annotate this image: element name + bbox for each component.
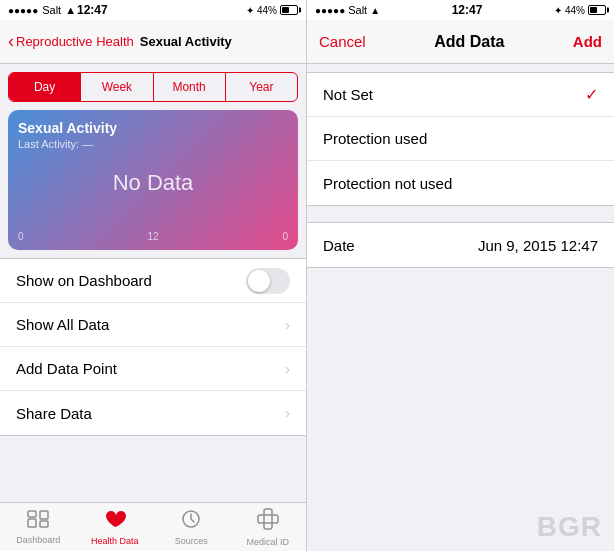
svg-rect-1 (28, 511, 36, 517)
svg-rect-3 (40, 521, 48, 527)
tab-sources-label: Sources (175, 536, 208, 546)
chart-card: Sexual Activity Last Activity: — No Data… (8, 110, 298, 250)
medical-id-icon (257, 508, 279, 535)
health-data-icon (104, 509, 126, 534)
tab-dashboard-label: Dashboard (16, 535, 60, 545)
protection-not-used-label: Protection not used (323, 175, 452, 192)
sources-icon (180, 509, 202, 534)
battery-icon-right (588, 5, 606, 15)
show-all-data-item[interactable]: Show All Data › (0, 303, 306, 347)
segment-week[interactable]: Week (81, 73, 153, 101)
wifi-icon: ▲ (65, 4, 76, 16)
tab-medical-id-label: Medical ID (246, 537, 289, 547)
back-arrow-icon: ‹ (8, 31, 14, 52)
options-section: Not Set ✓ Protection used Protection not… (307, 72, 614, 206)
chart-subtitle: Last Activity: — (18, 138, 288, 150)
chart-title: Sexual Activity (18, 120, 288, 136)
left-panel: ●●●●● Salt ▲ 12:47 ✦ 44% ‹ Reproductive … (0, 0, 307, 551)
segment-month[interactable]: Month (154, 73, 226, 101)
share-data-item[interactable]: Share Data › (0, 391, 306, 435)
date-value: Jun 9, 2015 12:47 (478, 237, 598, 254)
svg-rect-5 (264, 509, 272, 529)
checkmark-icon: ✓ (585, 85, 598, 104)
share-data-label: Share Data (16, 405, 92, 422)
nav-bar-right: Cancel Add Data Add (307, 20, 614, 64)
svg-rect-6 (258, 515, 278, 523)
chevron-icon: › (285, 317, 290, 333)
battery-icon-left (280, 5, 298, 15)
battery-label-right: 44% (565, 5, 585, 16)
protection-used-label: Protection used (323, 130, 427, 147)
carrier-right: Salt (348, 4, 367, 16)
segment-day[interactable]: Day (9, 73, 81, 101)
tab-medical-id[interactable]: Medical ID (230, 503, 307, 551)
chevron-icon-2: › (285, 361, 290, 377)
axis-label-12: 12 (147, 231, 158, 242)
date-section: Date Jun 9, 2015 12:47 (307, 222, 614, 268)
toggle-knob (248, 270, 270, 292)
list-section: Show on Dashboard Show All Data › Add Da… (0, 258, 306, 436)
chart-axis: 0 12 0 (18, 231, 288, 242)
option-protection-used[interactable]: Protection used (307, 117, 614, 161)
tab-health-data[interactable]: Health Data (77, 503, 154, 551)
tab-health-data-label: Health Data (91, 536, 139, 546)
tab-dashboard[interactable]: Dashboard (0, 503, 77, 551)
add-data-point-label: Add Data Point (16, 360, 117, 377)
date-label: Date (323, 237, 355, 254)
segment-year[interactable]: Year (226, 73, 297, 101)
time-right: 12:47 (452, 3, 483, 17)
bgr-watermark: BGR (537, 511, 602, 543)
page-title: Sexual Activity (140, 34, 232, 49)
time-left: 12:47 (77, 3, 108, 17)
show-on-dashboard-label: Show on Dashboard (16, 272, 152, 289)
bluetooth-icon-left: ✦ (246, 5, 254, 16)
add-button[interactable]: Add (573, 33, 602, 50)
svg-rect-0 (28, 519, 36, 527)
show-on-dashboard-item[interactable]: Show on Dashboard (0, 259, 306, 303)
axis-label-1: 0 (282, 231, 288, 242)
axis-label-0: 0 (18, 231, 24, 242)
no-data-label: No Data (113, 170, 194, 196)
option-not-set[interactable]: Not Set ✓ (307, 73, 614, 117)
signal-dots: ●●●●● (315, 5, 345, 16)
option-protection-not-used[interactable]: Protection not used (307, 161, 614, 205)
signal-icon: ●●●●● (8, 5, 38, 16)
back-button[interactable]: ‹ Reproductive Health (8, 31, 134, 52)
tab-bar: Dashboard Health Data Sources Medical ID (0, 502, 306, 551)
battery-label-left: 44% (257, 5, 277, 16)
date-item[interactable]: Date Jun 9, 2015 12:47 (307, 223, 614, 267)
bluetooth-icon-right: ✦ (554, 5, 562, 16)
add-data-point-item[interactable]: Add Data Point › (0, 347, 306, 391)
add-data-title: Add Data (434, 33, 504, 51)
status-bar-left: ●●●●● Salt ▲ 12:47 ✦ 44% (0, 0, 306, 20)
carrier-left: Salt (42, 4, 61, 16)
dashboard-toggle[interactable] (246, 268, 290, 294)
chevron-icon-3: › (285, 405, 290, 421)
svg-rect-2 (40, 511, 48, 519)
back-label: Reproductive Health (16, 34, 134, 49)
segment-control: Day Week Month Year (8, 72, 298, 102)
nav-bar-left: ‹ Reproductive Health Sexual Activity (0, 20, 306, 64)
wifi-icon-right: ▲ (370, 5, 380, 16)
cancel-button[interactable]: Cancel (319, 33, 366, 50)
status-bar-right: ●●●●● Salt ▲ 12:47 ✦ 44% (307, 0, 614, 20)
dashboard-icon (27, 510, 49, 533)
tab-sources[interactable]: Sources (153, 503, 230, 551)
not-set-label: Not Set (323, 86, 373, 103)
show-all-data-label: Show All Data (16, 316, 109, 333)
right-panel: ●●●●● Salt ▲ 12:47 ✦ 44% Cancel Add Data… (307, 0, 614, 551)
